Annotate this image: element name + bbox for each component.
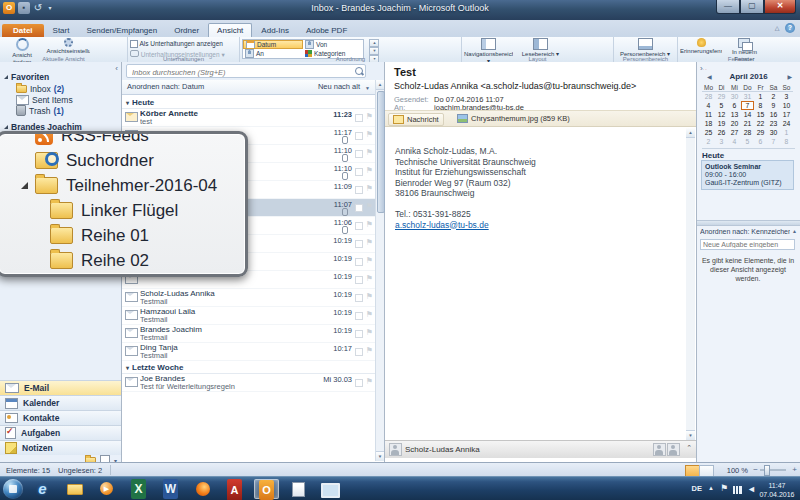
calendar-day[interactable]: 13	[728, 110, 741, 119]
people-pane-button[interactable]: Personenbereich ▾	[616, 38, 674, 58]
avatar[interactable]	[667, 443, 680, 456]
flag-icon[interactable]: ⚑	[366, 377, 373, 387]
module-notizen[interactable]: Notizen	[0, 440, 121, 455]
flag-icon[interactable]: ⚑	[366, 202, 373, 212]
zoom-level[interactable]: 100 %	[727, 466, 748, 475]
calendar-day[interactable]: 12	[715, 110, 728, 119]
module-aufgaben[interactable]: Aufgaben	[0, 425, 121, 440]
calendar-day[interactable]: 28	[741, 128, 754, 137]
calendar-day[interactable]: 27	[728, 128, 741, 137]
favorites-header[interactable]: Favoriten	[0, 70, 121, 83]
calendar-day[interactable]: 9	[767, 101, 780, 110]
expand-people-pane-icon[interactable]: ⌃	[686, 444, 692, 452]
calendar-day[interactable]: 5	[715, 101, 728, 110]
calendar-day[interactable]: 1	[780, 128, 793, 137]
tab-add-ins[interactable]: Add-Ins	[253, 24, 297, 37]
calendar-day[interactable]: 17	[780, 110, 793, 119]
sidebar-folder-inbox[interactable]: Inbox(2)	[0, 83, 121, 94]
reading-pane-scrollbar[interactable]: ▲ ▼	[686, 128, 695, 440]
calendar-day[interactable]: 3	[715, 137, 728, 146]
calendar-day[interactable]: 26	[715, 128, 728, 137]
calendar-day[interactable]: 23	[767, 119, 780, 128]
calendar-day[interactable]: 20	[728, 119, 741, 128]
appointment-card[interactable]: Outlook Seminar 09:00 - 16:00 Gauß-IT-Ze…	[701, 160, 794, 190]
clock[interactable]: 11:47 07.04.2016	[758, 481, 796, 499]
collapse-navigation-icon[interactable]: ‹	[115, 64, 118, 73]
close-button[interactable]: ✕	[764, 0, 796, 14]
search-input[interactable]	[130, 65, 349, 79]
volume-icon[interactable]: ◄	[747, 484, 756, 494]
flag-icon[interactable]: ⚑	[366, 130, 373, 140]
tasks-arrange-header[interactable]: Anordnen nach: Kennzeichen: F...	[700, 228, 790, 235]
message-list-scrollbar[interactable]: ▲ ▼	[375, 80, 384, 461]
tray-expand-icon[interactable]: ▲	[708, 485, 714, 491]
calendar-day[interactable]: 19	[715, 119, 728, 128]
calendar-day[interactable]: 29	[754, 128, 767, 137]
calendar-day[interactable]: 14	[741, 110, 754, 119]
flag-icon[interactable]: ⚑	[366, 310, 373, 320]
language-indicator[interactable]: DE	[692, 484, 702, 493]
acrobat-icon[interactable]	[222, 479, 247, 499]
ie-icon[interactable]	[30, 479, 55, 499]
reading-pane-button[interactable]: Lesebereich ▾	[517, 38, 563, 58]
sort-dropdown-icon[interactable]: ▼	[365, 81, 370, 95]
reminders-window-button[interactable]: Erinnerungsfenster	[680, 38, 722, 55]
flag-icon[interactable]: ⚑	[366, 166, 373, 176]
scroll-up-icon[interactable]: ▲	[686, 128, 695, 138]
avatar[interactable]	[653, 443, 666, 456]
sort-order-header[interactable]: Neu nach alt	[318, 80, 360, 94]
calendar-day[interactable]: 8	[754, 101, 767, 110]
explorer-icon[interactable]	[62, 479, 87, 499]
start-button[interactable]	[3, 479, 23, 499]
flag-icon[interactable]: ⚑	[366, 184, 373, 194]
mediaplayer-icon[interactable]	[94, 479, 119, 499]
calendar-day[interactable]: 10	[780, 101, 793, 110]
search-box[interactable]	[126, 64, 366, 78]
flag-icon[interactable]: ⚑	[366, 112, 373, 122]
calendar-day[interactable]: 7	[767, 137, 780, 146]
word-icon[interactable]	[158, 479, 183, 499]
tab-start[interactable]: Start	[45, 24, 78, 37]
module-e-mail[interactable]: E-Mail	[0, 380, 121, 395]
calendar-day[interactable]: 8	[780, 137, 793, 146]
tab-ansicht[interactable]: Ansicht	[208, 23, 252, 37]
calendar-day[interactable]: 22	[754, 119, 767, 128]
outlook-icon[interactable]	[254, 479, 279, 499]
calendar-day[interactable]: 2	[702, 137, 715, 146]
firefox-icon[interactable]	[190, 479, 215, 499]
calendar-day[interactable]: 24	[780, 119, 793, 128]
calendar-day[interactable]: 15	[754, 110, 767, 119]
calendar-day[interactable]: 6	[754, 137, 767, 146]
gallery-scroll-up-icon[interactable]: ▲	[369, 39, 379, 47]
email-link[interactable]: a.scholz-ludas@tu-bs.de	[395, 220, 489, 230]
calendar-day[interactable]: 29	[715, 92, 728, 101]
flag-icon[interactable]: ⚑	[366, 274, 373, 284]
zoom-in-icon[interactable]: +	[792, 465, 797, 474]
arrange-by-datum[interactable]: Datum	[243, 40, 303, 49]
message-tab[interactable]: Nachricht	[388, 113, 444, 126]
message-group-header[interactable]: ▾Heute	[122, 96, 376, 109]
message-row[interactable]: Scholz-Ludas AnnikaTestmail10:19⚑	[122, 289, 376, 307]
scroll-up-icon[interactable]: ▲	[376, 80, 384, 90]
arrange-by-von[interactable]: Von	[303, 40, 363, 49]
message-row[interactable]: Ding TanjaTestmail10:17⚑	[122, 343, 376, 361]
message-row[interactable]: Joe BrandesTest für Weiterleitungsregeln…	[122, 374, 376, 392]
message-row[interactable]: Hamzaoui LailaTestmail10:19⚑	[122, 307, 376, 325]
flag-icon[interactable]: ⚑	[366, 256, 373, 266]
calendar-day[interactable]: 4	[702, 101, 715, 110]
calendar-day[interactable]: 1	[754, 92, 767, 101]
tab-datei[interactable]: Datei	[2, 24, 44, 37]
flag-icon[interactable]: ⚑	[366, 328, 373, 338]
calendar-day[interactable]: 28	[702, 92, 715, 101]
calendar-day[interactable]: 2	[767, 92, 780, 101]
arrange-by-header[interactable]: Anordnen nach: Datum	[127, 80, 204, 94]
search-icon[interactable]	[355, 67, 363, 75]
minimize-button[interactable]: —	[716, 0, 740, 14]
display-icon[interactable]	[318, 479, 343, 499]
message-group-header[interactable]: ▾Letzte Woche	[122, 361, 376, 374]
calendar-day[interactable]: 30	[767, 128, 780, 137]
flag-icon[interactable]: ⚑	[366, 346, 373, 356]
calendar-day[interactable]: 6	[728, 101, 741, 110]
new-task-input[interactable]	[700, 239, 795, 250]
message-row[interactable]: Brandes JoachimTestmail10:19⚑	[122, 325, 376, 343]
